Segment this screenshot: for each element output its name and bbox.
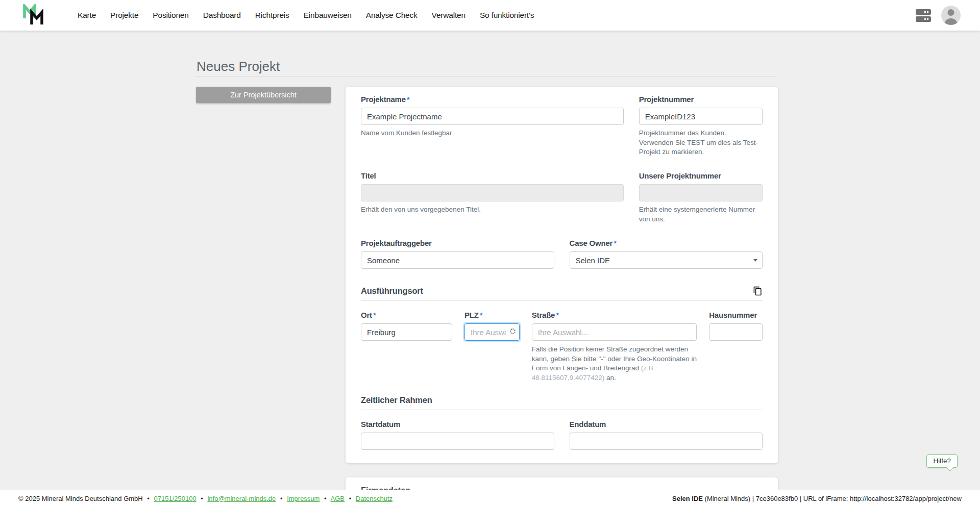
projektnummer-helper: Projektnummer des Kunden. Verwenden Sie … <box>639 129 763 157</box>
nav-item-verwalten[interactable]: Verwalten <box>425 11 473 20</box>
bullet-separator: • <box>324 495 327 502</box>
startdatum-label: Startdatum <box>361 420 554 428</box>
strasse-group: Straße* <box>532 311 697 341</box>
case-owner-select[interactable]: Selen IDE <box>570 251 763 269</box>
nav-item-dashboard[interactable]: Dashboard <box>196 11 248 20</box>
titel-group: Titel Erhält den von uns vorgegebenen Ti… <box>361 171 624 224</box>
footer-impressum-link[interactable]: Impressum <box>287 495 320 502</box>
projektnummer-group: Projektnummer Projektnummer des Kunden. … <box>639 95 763 157</box>
projektauftraggeber-group: Projektauftraggeber <box>361 239 554 269</box>
nav-item-analyse-check[interactable]: Analyse Check <box>359 11 425 20</box>
page-footer: © 2025 Mineral Minds Deutschland GmbH • … <box>0 490 980 507</box>
strasse-label: Straße* <box>532 311 697 319</box>
loading-spinner-icon <box>510 328 516 334</box>
enddatum-label: Enddatum <box>570 420 763 428</box>
footer-legal-links: © 2025 Mineral Minds Deutschland GmbH • … <box>18 495 393 502</box>
hausnummer-input[interactable] <box>709 323 763 341</box>
bullet-separator: • <box>280 495 283 502</box>
copy-location-button[interactable] <box>753 286 763 296</box>
top-navbar: Karte Projekte Positionen Dashboard Rich… <box>0 0 980 31</box>
mineral-minds-logo[interactable] <box>22 4 44 27</box>
back-to-project-overview-button[interactable]: Zur Projektübersicht <box>196 87 331 103</box>
ort-group: Ort* <box>361 311 452 341</box>
zeitlicher-rahmen-divider <box>361 410 763 410</box>
nav-item-so-funktionierts[interactable]: So funktioniert's <box>473 11 541 20</box>
bullet-separator: • <box>201 495 203 502</box>
required-asterisk: * <box>407 95 410 104</box>
plz-label: PLZ* <box>464 311 520 319</box>
zeitlicher-rahmen-section-title: Zeitlicher Rahmen <box>361 395 432 405</box>
session-user: Selen IDE <box>672 495 703 502</box>
nav-item-karte[interactable]: Karte <box>70 11 103 20</box>
projektauftraggeber-input[interactable] <box>361 251 554 269</box>
ausfuehrungsort-section-title: Ausführungsort <box>361 286 423 296</box>
footer-phone-link[interactable]: 07151/250100 <box>154 495 197 502</box>
server-dns-icon[interactable] <box>916 8 931 22</box>
help-button[interactable]: Hilfe? <box>926 454 958 468</box>
unsere-projektnummer-helper: Erhält eine systemgenerierte Nummer von … <box>639 205 763 224</box>
nav-item-richtpreis[interactable]: Richtpreis <box>248 11 297 20</box>
enddatum-input[interactable] <box>570 433 763 450</box>
unsere-projektnummer-label: Unsere Projektnummer <box>639 171 763 180</box>
startdatum-group: Startdatum <box>361 420 554 450</box>
nav-menu: Karte Projekte Positionen Dashboard Rich… <box>70 11 541 20</box>
dns-row-top <box>916 9 931 15</box>
case-owner-label: Case Owner* <box>570 239 763 247</box>
bullet-separator: • <box>147 495 150 502</box>
unsere-projektnummer-input <box>639 184 763 201</box>
projektnummer-input[interactable] <box>639 108 763 125</box>
required-asterisk: * <box>373 311 376 319</box>
user-avatar[interactable] <box>941 6 961 25</box>
titel-helper: Erhält den von uns vorgegebenen Titel. <box>361 205 624 215</box>
ort-input[interactable] <box>361 323 452 341</box>
unsere-projektnummer-group: Unsere Projektnummer Erhält eine systemg… <box>639 171 763 224</box>
company-data-card: Firmendaten <box>346 477 778 490</box>
titel-input <box>361 184 624 201</box>
firmendaten-section-title: Firmendaten <box>361 486 410 490</box>
projektname-helper: Name vom Kunden festlegbar <box>361 129 624 138</box>
chevron-down-icon <box>753 259 757 262</box>
hausnummer-group: Hausnummer <box>709 311 763 341</box>
ausfuehrungsort-divider <box>361 300 763 301</box>
session-status-text: Selen IDE (Mineral Minds) | 7ce360e83fb0… <box>672 495 962 502</box>
projektname-group: Projektname* Name vom Kunden festlegbar <box>361 95 624 157</box>
plz-group: PLZ* <box>464 311 520 341</box>
case-owner-group: Case Owner* Selen IDE <box>570 239 763 269</box>
titel-label: Titel <box>361 171 624 180</box>
footer-email-link[interactable]: info@mineral-minds.de <box>207 495 276 502</box>
hausnummer-label: Hausnummer <box>709 311 763 319</box>
startdatum-input[interactable] <box>361 433 554 450</box>
nav-item-positionen[interactable]: Positionen <box>145 11 195 20</box>
projektnummer-label: Projektnummer <box>639 95 763 104</box>
required-asterisk: * <box>614 239 617 247</box>
required-asterisk: * <box>480 311 483 319</box>
logo-m-icon <box>22 4 44 27</box>
strasse-input[interactable] <box>532 323 697 341</box>
projektname-label: Projektname* <box>361 95 624 104</box>
copyright-text: © 2025 Mineral Minds Deutschland GmbH <box>18 495 143 502</box>
footer-agb-link[interactable]: AGB <box>331 495 345 502</box>
page-title: Neues Projekt <box>197 60 777 73</box>
strasse-helper: Falls die Position keiner Straße zugeord… <box>532 345 697 383</box>
nav-item-projekte[interactable]: Projekte <box>103 11 145 20</box>
footer-datenschutz-link[interactable]: Datenschutz <box>356 495 393 502</box>
title-divider <box>196 76 777 77</box>
ort-label: Ort* <box>361 311 452 319</box>
project-form-card: Projektname* Name vom Kunden festlegbar … <box>346 87 778 463</box>
projektauftraggeber-label: Projektauftraggeber <box>361 239 554 247</box>
bullet-separator: • <box>349 495 352 502</box>
page-body: Neues Projekt Zur Projektübersicht Proje… <box>0 31 980 490</box>
projektname-input[interactable] <box>361 108 624 125</box>
dns-row-bottom <box>916 16 931 22</box>
copy-icon <box>753 286 763 296</box>
enddatum-group: Enddatum <box>570 420 763 450</box>
case-owner-selected-value: Selen IDE <box>576 256 610 265</box>
required-asterisk: * <box>556 311 559 319</box>
session-details: (Mineral Minds) | 7ce360e83fb0 | URL of … <box>703 495 962 502</box>
nav-item-einbauweisen[interactable]: Einbauweisen <box>297 11 359 20</box>
